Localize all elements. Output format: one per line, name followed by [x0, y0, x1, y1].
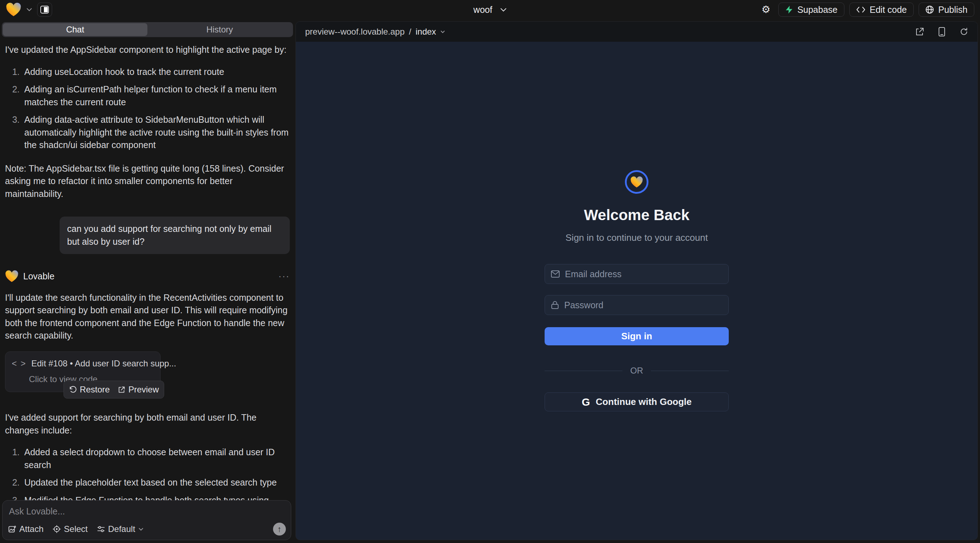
sliders-icon: [97, 525, 105, 533]
chat-input[interactable]: [9, 506, 285, 522]
panel-icon: [40, 6, 49, 14]
external-link-icon: [118, 386, 125, 394]
assistant-header: Lovable ···: [5, 270, 290, 283]
arrow-up-icon: ↑: [277, 524, 282, 534]
chat-message-list[interactable]: I've updated the AppSidebar component to…: [0, 37, 295, 543]
chevron-down-icon[interactable]: [26, 8, 32, 11]
assistant-paragraph: I've updated the AppSidebar component to…: [5, 43, 290, 56]
open-in-new-tab-icon[interactable]: [915, 27, 924, 36]
app-logo: [625, 170, 649, 194]
user-message-bubble: can you add support for searching not on…: [60, 217, 290, 254]
chevron-down-icon: [500, 8, 506, 12]
edit-card-wrap: < > Edit #108 • Add user ID search supp.…: [5, 351, 161, 392]
page-subtitle: Sign in to continue to your account: [566, 232, 708, 243]
publish-button[interactable]: Publish: [919, 3, 974, 17]
list-item: Updated the placeholder text based on th…: [22, 476, 290, 489]
email-field[interactable]: [565, 269, 722, 279]
project-name: woof: [474, 5, 493, 15]
globe-icon: [925, 5, 934, 14]
preview-app-content: Welcome Back Sign in to continue to your…: [296, 42, 977, 540]
lovable-avatar-icon: [5, 270, 19, 283]
edit-card-title: Edit #108 • Add user ID search supp...: [32, 357, 176, 370]
preview-url-separator: /: [409, 27, 412, 37]
assistant-note: Note: The AppSidebar.tsx file is getting…: [5, 162, 290, 200]
attach-image-icon: [8, 525, 16, 533]
mode-selector[interactable]: Default: [97, 524, 143, 534]
preview-url-domain: preview--woof.lovable.app: [305, 27, 405, 37]
send-button[interactable]: ↑: [273, 523, 286, 535]
restore-button[interactable]: Restore: [69, 384, 110, 396]
assistant-list: Adding useLocation hook to track the cur…: [5, 66, 290, 152]
project-switcher[interactable]: woof: [474, 5, 507, 15]
supabase-bolt-icon: [785, 5, 793, 14]
chat-history-tabs: Chat History: [2, 22, 293, 37]
select-target-icon: [53, 525, 60, 533]
assistant-paragraph: I've added support for searching by both…: [5, 411, 290, 437]
signin-card: Welcome Back Sign in to continue to your…: [545, 170, 729, 411]
continue-with-google-button[interactable]: G Continue with Google: [545, 392, 729, 411]
list-item: Added a select dropdown to choose betwee…: [22, 446, 290, 471]
google-g-icon: G: [582, 396, 590, 408]
code-icon: [856, 6, 865, 13]
list-item: Adding an isCurrentPath helper function …: [22, 83, 290, 108]
message-menu-icon[interactable]: ···: [278, 270, 290, 283]
select-button[interactable]: Select: [53, 524, 88, 534]
lovable-logo-icon[interactable]: [6, 3, 21, 17]
assistant-name: Lovable: [23, 270, 55, 283]
mobile-view-icon[interactable]: [938, 27, 945, 37]
app-heart-icon: [630, 176, 643, 188]
chat-panel: Chat History I've updated the AppSidebar…: [0, 19, 295, 543]
composer-toolbar: Attach Select Default ↑: [8, 523, 286, 535]
sign-in-button[interactable]: Sign in: [545, 327, 729, 345]
composer: Attach Select Default ↑: [2, 500, 291, 540]
attach-button[interactable]: Attach: [8, 524, 43, 534]
supabase-button[interactable]: Supabase: [778, 3, 845, 17]
email-field-wrap: [545, 264, 729, 284]
list-item: Adding data-active attribute to SidebarM…: [22, 113, 290, 152]
preview-url-selector[interactable]: preview--woof.lovable.app / index: [305, 27, 445, 37]
tab-history[interactable]: History: [147, 23, 292, 36]
assistant-paragraph: I'll update the search functionality in …: [5, 292, 290, 342]
preview-button[interactable]: Preview: [118, 384, 159, 396]
refresh-icon[interactable]: [960, 27, 968, 36]
sidebar-toggle-button[interactable]: [37, 3, 52, 17]
password-field-wrap: [545, 295, 729, 315]
tab-chat[interactable]: Chat: [3, 23, 147, 36]
password-field[interactable]: [564, 300, 722, 310]
code-icon: < >: [12, 357, 26, 370]
chevron-down-icon: [441, 30, 445, 33]
chevron-down-icon: [138, 528, 143, 531]
or-label: OR: [630, 366, 643, 376]
lock-icon: [551, 301, 559, 309]
or-divider: OR: [545, 366, 729, 376]
user-message-row: can you add support for searching not on…: [5, 217, 290, 254]
edit-card-actions: Restore Preview: [64, 381, 164, 399]
edit-code-button[interactable]: Edit code: [850, 3, 914, 17]
preview-url-page: index: [415, 27, 436, 37]
settings-button[interactable]: ⚙: [758, 3, 773, 17]
gear-icon: ⚙: [762, 5, 770, 14]
preview-chrome-bar: preview--woof.lovable.app / index: [296, 22, 977, 42]
restore-icon: [69, 386, 77, 394]
topbar: woof ⚙ Supabase Edit code Publish: [0, 0, 980, 19]
preview-panel: preview--woof.lovable.app / index Welcom…: [296, 21, 978, 540]
mail-icon: [551, 270, 560, 278]
page-title: Welcome Back: [584, 206, 689, 224]
list-item: Adding useLocation hook to track the cur…: [22, 66, 290, 78]
